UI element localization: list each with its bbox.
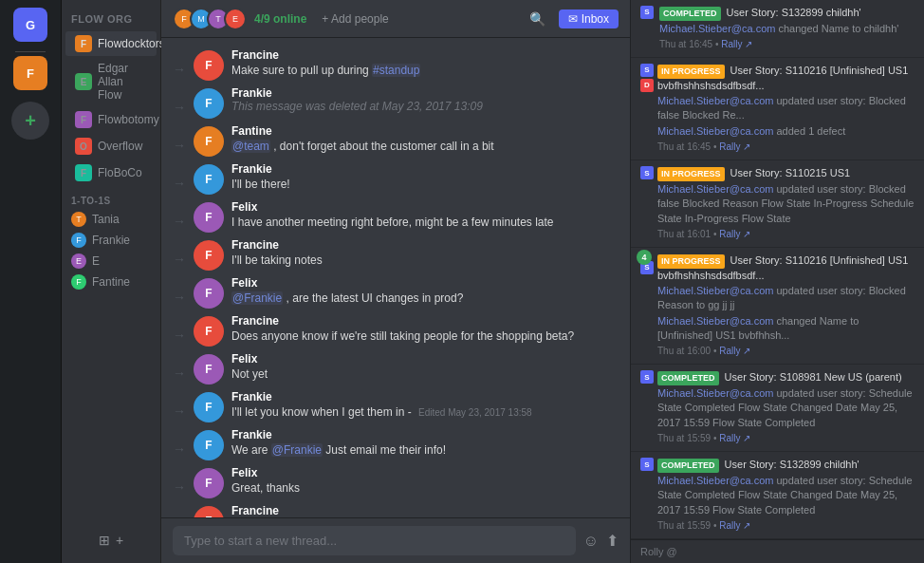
activity-item-1[interactable]: S COMPLETED User Story: S132899 childhh'… [631, 0, 924, 58]
rally-link-1[interactable]: Rally ↗ [721, 39, 752, 49]
dm-avatar-tania: T [71, 212, 86, 227]
msg-text-9: Not yet [231, 366, 619, 383]
dm-e[interactable]: E E [62, 251, 160, 272]
activity-item-6[interactable]: S COMPLETED User Story: S132899 childhh'… [631, 452, 924, 539]
channel-overflow[interactable]: O Overflow [65, 134, 157, 159]
dm-label-e: E [92, 254, 100, 268]
msg-arrow-5: → [173, 210, 186, 233]
rally-link-6[interactable]: Rally ↗ [719, 520, 750, 531]
activity-list: S COMPLETED User Story: S132899 childhh'… [631, 0, 924, 539]
rally-link-5[interactable]: Rally ↗ [719, 433, 750, 443]
activity-icon-5: S [640, 370, 654, 384]
msg-avatar-12: F [194, 468, 224, 498]
activity-time-6: Thu at 15:59 • Rally ↗ [657, 519, 915, 533]
msg-author-9: Felix [231, 352, 257, 366]
dm-frankie[interactable]: F Frankie [62, 230, 160, 251]
msg-avatar-3: F [194, 126, 224, 157]
chat-header: F M T E 4/9 online + Add people 🔍 ✉ Inbo… [161, 0, 630, 38]
activity-item-4[interactable]: 4 S IN PROGRESS User Story: S110216 [Unf… [631, 248, 924, 366]
chat-input[interactable] [173, 526, 576, 555]
msg-avatar-4: F [194, 164, 224, 195]
msg-content-8: Francine Does anyone know if we're still… [231, 314, 619, 347]
activity-icon-2b: D [640, 79, 654, 92]
channel-floboco[interactable]: F FloBoCo [65, 160, 157, 185]
sidebar-bottom-icon-add[interactable]: + [116, 533, 123, 548]
dm-label-fantine: Fantine [92, 275, 130, 289]
activity-badge-2: IN PROGRESS [657, 65, 725, 79]
rally-link-3[interactable]: Rally ↗ [719, 229, 750, 239]
channel-icon-overflow: O [75, 138, 92, 155]
msg-content-11: Frankie We are @Frankie Just email me th… [231, 428, 619, 460]
channel-flowbotomy[interactable]: F Flowbotomy [65, 107, 157, 132]
activity-item-2[interactable]: S D IN PROGRESS User Story: S110216 [Unf… [631, 58, 924, 160]
add-people-btn[interactable]: + Add people [322, 12, 388, 26]
msg-text-3: @team , don't forget about the customer … [231, 139, 619, 155]
msg-avatar-7: F [194, 278, 224, 309]
activity-item-5[interactable]: S COMPLETED User Story: S108981 New US (… [631, 365, 924, 452]
msg-content-7: Felix @Frankie , are the latest UI chang… [231, 276, 619, 309]
channel-edgar[interactable]: E Edgar Allan Flow [65, 58, 157, 105]
msg-text-10: I'll let you know when I get them in - E… [231, 404, 619, 421]
dm-section-label: 1-TO-1S [62, 186, 160, 209]
channel-flowdocktors[interactable]: F Flowdocktors [65, 31, 157, 56]
msg-author-10: Frankie [231, 390, 272, 403]
search-btn[interactable]: 🔍 [524, 8, 551, 30]
server-gnarlie[interactable]: G [13, 8, 47, 42]
msg-content-12: Felix Great, thanks [231, 466, 619, 498]
sidebar-separator [15, 51, 46, 52]
activity-num-badge-4: 4 [637, 250, 652, 265]
activity-title-1: User Story: S132899 childhh' [727, 7, 861, 18]
main-chat: F M T E 4/9 online + Add people 🔍 ✉ Inbo… [161, 0, 630, 563]
activity-footer: Rolly @ [631, 539, 924, 563]
message-10: → F Frankie I'll let you know when I get… [161, 387, 630, 425]
activity-desc-4: Michael.Stieber@ca.com updated user stor… [657, 284, 915, 313]
msg-content-4: Frankie I'll be there! [231, 162, 619, 195]
msg-arrow-9: → [173, 362, 186, 385]
msg-content-5: Felix I have another meeting right befor… [231, 200, 619, 233]
rally-link-2[interactable]: Rally ↗ [719, 141, 750, 152]
add-server-btn[interactable]: + [11, 102, 49, 140]
msg-arrow-12: → [173, 476, 186, 498]
activity-icon-2a: S [640, 64, 654, 77]
msg-content-10: Frankie I'll let you know when I get the… [231, 390, 619, 422]
msg-avatar-1: F [194, 50, 224, 81]
msg-text-7: @Frankie , are the latest UI changes in … [231, 291, 619, 307]
msg-arrow-10: → [173, 400, 186, 422]
activity-icon-6: S [640, 458, 654, 471]
msg-text-6: I'll be taking notes [231, 253, 619, 269]
activity-icon-1: S [640, 6, 654, 19]
channel-icon-floboco: F [75, 164, 92, 181]
activity-time-5: Thu at 15:59 • Rally ↗ [657, 432, 915, 445]
activity-badge-5: COMPLETED [657, 371, 719, 385]
msg-text-5: I have another meeting right before, mig… [231, 215, 619, 231]
dm-fantine[interactable]: F Fantine [62, 272, 160, 292]
channel-icon-flowdocktors: F [75, 35, 92, 52]
msg-avatar-10: F [194, 392, 224, 422]
online-avatars: F M T E [173, 8, 247, 30]
msg-avatar-8: F [194, 316, 224, 347]
msg-arrow-1: → [173, 58, 186, 81]
online-count: 4/9 online [254, 12, 306, 26]
msg-text-4: I'll be there! [231, 177, 619, 193]
msg-author-11: Frankie [231, 428, 272, 441]
msg-content-9: Felix Not yet [231, 352, 619, 385]
msg-text-8: Does anyone know if we're still taking p… [231, 328, 619, 345]
sidebar-bottom-icon-grid[interactable]: ⊞ [99, 533, 110, 548]
activity-badge-1: COMPLETED [659, 7, 721, 21]
dm-tania[interactable]: T Tania [62, 209, 160, 230]
attach-icon[interactable]: ⬆ [606, 532, 619, 550]
msg-text-2: This message was deleted at May 23, 2017… [231, 100, 619, 113]
emoji-icon[interactable]: ☺ [583, 533, 599, 550]
rally-link-4[interactable]: Rally ↗ [719, 346, 750, 356]
activity-item-3[interactable]: S IN PROGRESS User Story: S110215 US1 Mi… [631, 160, 924, 248]
server-flow[interactable]: F [13, 56, 47, 90]
msg-arrow-7: → [173, 286, 186, 309]
msg-text-12: Great, thanks [231, 480, 619, 497]
activity-title-6: User Story: S132899 childhh' [725, 459, 859, 470]
activity-icon-3: S [640, 166, 654, 179]
activity-badge-4: IN PROGRESS [657, 254, 725, 269]
dm-avatar-e: E [71, 253, 86, 269]
dm-avatar-frankie: F [71, 233, 86, 248]
message-8: → F Francine Does anyone know if we're s… [161, 311, 630, 349]
inbox-btn[interactable]: ✉ Inbox [559, 9, 619, 28]
